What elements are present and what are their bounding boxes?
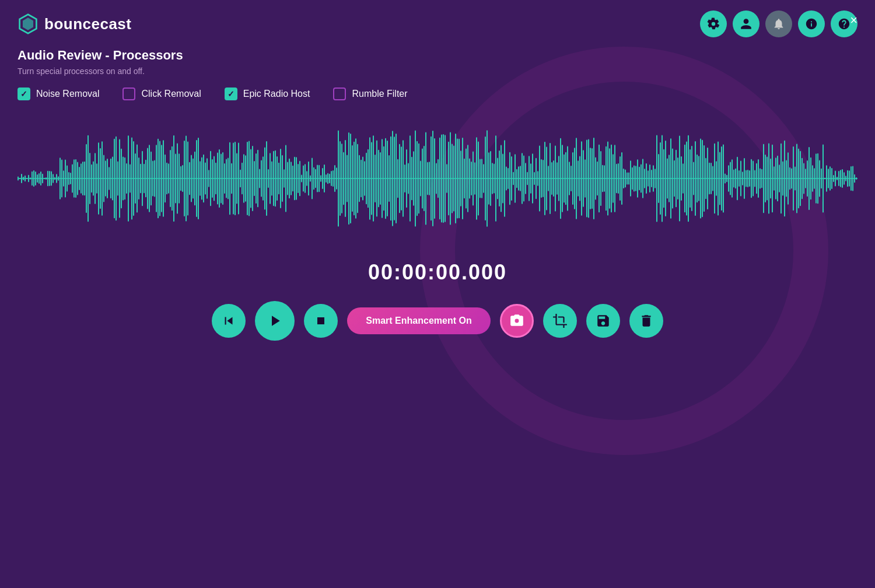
svg-rect-347 bbox=[620, 156, 621, 201]
svg-rect-384 bbox=[684, 145, 685, 213]
main-content: Audio Review - Processors Turn special p… bbox=[0, 48, 875, 341]
svg-rect-363 bbox=[648, 170, 649, 187]
svg-rect-181 bbox=[329, 174, 330, 183]
svg-rect-30 bbox=[65, 159, 66, 197]
svg-rect-19 bbox=[46, 177, 47, 180]
svg-rect-179 bbox=[326, 174, 327, 183]
svg-rect-305 bbox=[546, 146, 547, 210]
noise-removal-checkbox[interactable] bbox=[18, 88, 30, 100]
svg-rect-370 bbox=[660, 142, 661, 215]
svg-rect-192 bbox=[348, 132, 349, 225]
svg-rect-473 bbox=[840, 170, 841, 187]
stop-button[interactable] bbox=[304, 304, 338, 338]
svg-rect-67 bbox=[130, 164, 131, 193]
svg-rect-198 bbox=[359, 155, 360, 202]
timestamp-display: 00:00:00.000 bbox=[368, 260, 507, 284]
svg-rect-355 bbox=[634, 165, 635, 191]
svg-rect-21 bbox=[49, 171, 50, 186]
svg-rect-146 bbox=[268, 169, 269, 188]
svg-rect-362 bbox=[646, 163, 647, 194]
svg-rect-439 bbox=[780, 144, 782, 214]
page-title: Audio Review - Processors bbox=[18, 48, 858, 63]
epic-radio-host-checkbox[interactable] bbox=[225, 88, 237, 100]
processor-noise-removal[interactable]: Noise Removal bbox=[18, 88, 99, 100]
svg-rect-203 bbox=[368, 149, 369, 208]
crop-button[interactable] bbox=[543, 304, 577, 338]
click-removal-checkbox[interactable] bbox=[123, 88, 135, 100]
rumble-filter-checkbox[interactable] bbox=[333, 88, 346, 100]
svg-rect-321 bbox=[574, 148, 575, 209]
settings-icon-button[interactable] bbox=[700, 10, 727, 37]
svg-rect-133 bbox=[245, 155, 246, 202]
processor-rumble-filter[interactable]: Rumble Filter bbox=[333, 88, 407, 100]
svg-rect-417 bbox=[742, 172, 743, 185]
svg-rect-312 bbox=[558, 156, 559, 201]
svg-rect-450 bbox=[800, 151, 801, 206]
svg-rect-404 bbox=[719, 152, 720, 205]
svg-rect-35 bbox=[74, 159, 75, 197]
svg-rect-422 bbox=[751, 159, 752, 198]
svg-rect-300 bbox=[537, 171, 538, 186]
svg-rect-211 bbox=[382, 139, 383, 218]
svg-rect-138 bbox=[254, 161, 255, 196]
svg-rect-271 bbox=[487, 130, 488, 227]
svg-rect-431 bbox=[766, 156, 768, 200]
svg-rect-304 bbox=[544, 142, 545, 215]
svg-rect-176 bbox=[320, 175, 321, 181]
svg-rect-31 bbox=[66, 166, 68, 192]
svg-rect-54 bbox=[107, 159, 108, 198]
svg-rect-222 bbox=[401, 146, 402, 211]
svg-rect-164 bbox=[299, 161, 300, 197]
svg-rect-127 bbox=[235, 142, 236, 215]
camera-button[interactable] bbox=[500, 304, 534, 338]
processor-click-removal[interactable]: Click Removal bbox=[123, 88, 201, 100]
svg-rect-20 bbox=[47, 171, 48, 187]
notifications-icon-button[interactable] bbox=[765, 10, 792, 37]
waveform-container[interactable] bbox=[18, 114, 858, 243]
svg-rect-451 bbox=[802, 158, 803, 199]
svg-rect-379 bbox=[676, 150, 677, 208]
svg-rect-182 bbox=[331, 171, 332, 186]
svg-rect-219 bbox=[396, 134, 397, 223]
svg-rect-340 bbox=[607, 142, 608, 216]
svg-rect-52 bbox=[103, 155, 104, 202]
svg-rect-191 bbox=[346, 155, 348, 202]
save-button[interactable] bbox=[586, 304, 620, 338]
svg-rect-157 bbox=[287, 162, 288, 195]
svg-rect-242 bbox=[436, 163, 437, 194]
svg-rect-293 bbox=[525, 163, 526, 194]
svg-rect-95 bbox=[178, 153, 180, 204]
svg-rect-341 bbox=[609, 148, 610, 209]
svg-rect-298 bbox=[534, 172, 535, 185]
epic-radio-host-label: Epic Radio Host bbox=[243, 89, 310, 99]
svg-rect-150 bbox=[275, 150, 276, 207]
svg-rect-108 bbox=[201, 158, 202, 200]
play-button[interactable] bbox=[255, 301, 295, 341]
user-icon-button[interactable] bbox=[733, 10, 760, 37]
svg-rect-343 bbox=[612, 154, 614, 203]
svg-rect-438 bbox=[779, 164, 780, 192]
svg-rect-257 bbox=[462, 138, 463, 219]
svg-rect-294 bbox=[527, 172, 528, 185]
svg-rect-317 bbox=[567, 146, 568, 211]
svg-rect-339 bbox=[606, 146, 607, 211]
svg-rect-358 bbox=[639, 167, 640, 191]
info-icon-button[interactable] bbox=[798, 10, 825, 37]
processor-epic-radio-host[interactable]: Epic Radio Host bbox=[225, 88, 310, 100]
close-button[interactable]: × bbox=[850, 13, 858, 28]
svg-rect-448 bbox=[796, 144, 797, 213]
rewind-button[interactable] bbox=[212, 304, 246, 338]
svg-rect-400 bbox=[712, 166, 713, 191]
svg-rect-397 bbox=[707, 148, 708, 209]
svg-rect-382 bbox=[681, 156, 682, 201]
svg-rect-28 bbox=[61, 160, 62, 198]
svg-rect-229 bbox=[413, 151, 414, 206]
svg-rect-43 bbox=[88, 135, 89, 222]
svg-rect-75 bbox=[144, 164, 145, 194]
delete-button[interactable] bbox=[629, 304, 663, 338]
svg-rect-283 bbox=[508, 168, 509, 189]
svg-rect-352 bbox=[628, 173, 629, 185]
smart-enhancement-button[interactable]: Smart Enhancement On bbox=[347, 307, 490, 334]
svg-rect-39 bbox=[80, 163, 82, 194]
svg-rect-77 bbox=[147, 148, 148, 209]
